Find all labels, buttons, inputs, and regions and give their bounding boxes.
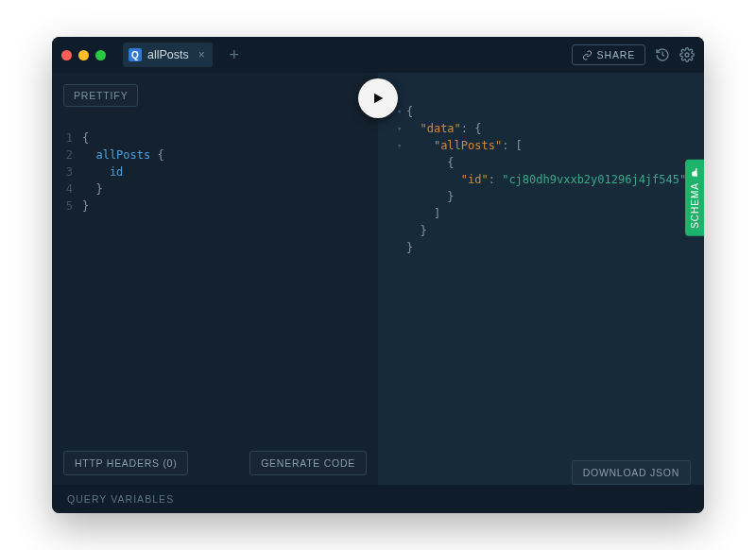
svg-marker-1 [374, 94, 383, 104]
line-number: 1 [61, 131, 82, 145]
query-variables-bar[interactable]: QUERY VARIABLES [52, 485, 704, 513]
play-icon [370, 91, 386, 106]
generate-code-button[interactable]: GENERATE CODE [249, 451, 367, 475]
query-tab-label: allPosts [147, 48, 189, 61]
titlebar-right: SHARE [572, 44, 695, 65]
code-text: { [82, 131, 89, 145]
code-text: allPosts { [82, 148, 164, 162]
prettify-button[interactable]: PRETTIFY [63, 84, 138, 107]
http-headers-button[interactable]: HTTP HEADERS (0) [63, 451, 188, 475]
share-button[interactable]: SHARE [572, 44, 645, 65]
code-text: id [82, 165, 123, 179]
run-button[interactable] [358, 78, 398, 118]
download-json-button[interactable]: DOWNLOAD JSON [572, 460, 691, 485]
query-badge-icon: Q [129, 48, 142, 61]
line-number: 2 [61, 148, 82, 162]
share-label: SHARE [597, 49, 635, 60]
schema-side-tab[interactable]: SCHEMA ☚ [685, 160, 704, 236]
query-variables-label: QUERY VARIABLES [67, 493, 174, 505]
titlebar: Q allPosts × + SHARE [52, 37, 704, 73]
app-window: Q allPosts × + SHARE SCHEMA ☚ [52, 37, 704, 513]
new-tab-button[interactable]: + [222, 43, 247, 67]
gear-icon [679, 47, 695, 62]
content-area: SCHEMA ☚ PRETTIFY 1{ 2 allPosts { 3 id 4… [52, 73, 704, 485]
query-tab[interactable]: Q allPosts × [123, 43, 213, 67]
line-number: 5 [61, 199, 82, 213]
query-pane: PRETTIFY 1{ 2 allPosts { 3 id 4 } 5} HTT… [52, 73, 378, 485]
svg-point-0 [685, 53, 689, 57]
response-viewer[interactable]: ▾{ ▾ "data": { ▾ "allPosts": [ { "id": "… [378, 73, 704, 451]
history-icon [655, 47, 670, 62]
schema-label: SCHEMA [690, 182, 700, 229]
fold-caret-icon[interactable]: ▾ [397, 107, 406, 116]
pointer-icon: ☚ [688, 167, 701, 179]
window-close-icon[interactable] [61, 50, 72, 60]
response-pane: ▾{ ▾ "data": { ▾ "allPosts": [ { "id": "… [378, 73, 704, 485]
line-number: 3 [61, 165, 82, 179]
window-maximize-icon[interactable] [95, 50, 106, 60]
settings-button[interactable] [679, 47, 695, 62]
fold-caret-icon[interactable]: ▾ [397, 124, 406, 133]
code-text: } [82, 182, 103, 196]
line-number: 4 [61, 182, 82, 196]
query-editor[interactable]: 1{ 2 allPosts { 3 id 4 } 5} [52, 73, 378, 441]
code-text: } [82, 199, 89, 213]
query-pane-footer: HTTP HEADERS (0) GENERATE CODE [52, 441, 378, 485]
window-minimize-icon[interactable] [78, 50, 89, 60]
window-controls [61, 50, 106, 60]
close-tab-icon[interactable]: × [198, 48, 205, 61]
share-icon [582, 50, 593, 60]
fold-caret-icon[interactable]: ▾ [397, 141, 406, 150]
history-button[interactable] [655, 47, 670, 62]
response-pane-footer: DOWNLOAD JSON [378, 451, 704, 485]
